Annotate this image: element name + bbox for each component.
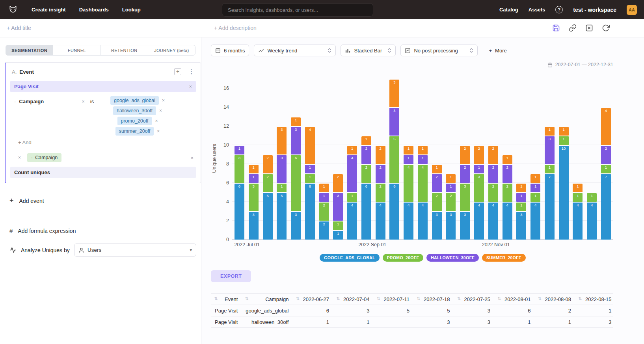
bar-segment-google_ads_global[interactable]: 4	[376, 203, 385, 240]
bar-segment-google_ads_global[interactable]: 5	[263, 193, 273, 240]
bar-segment-halloween_30off[interactable]: 2	[376, 165, 385, 183]
bar-segment-promo_20off[interactable]: 2	[376, 184, 385, 202]
bar-segment-google_ads_global[interactable]: 10	[559, 146, 569, 240]
bar-segment-summer_20off[interactable]: 3	[389, 80, 399, 107]
bar[interactable]: 6533	[389, 77, 399, 240]
avatar[interactable]: AA	[627, 5, 637, 15]
sort-icon[interactable]: ⇅	[296, 296, 299, 301]
add-filter-icon[interactable]: +	[174, 68, 181, 75]
sort-icon[interactable]: ⇅	[336, 296, 340, 301]
clear-second-filter-icon[interactable]: ×	[190, 155, 194, 161]
bar[interactable]: 6221	[361, 77, 371, 240]
bar-segment-promo_20off[interactable]: 6	[291, 155, 301, 211]
bar-segment-summer_20off[interactable]: 2	[333, 174, 343, 192]
bar-segment-summer_20off[interactable]: 2	[376, 146, 385, 164]
bar-segment-halloween_30off[interactable]: 2	[361, 146, 371, 164]
bar-segment-google_ads_global[interactable]: 4	[573, 203, 583, 240]
bar[interactable]: 3311	[249, 77, 259, 240]
bar[interactable]: 3221	[432, 77, 442, 240]
bar[interactable]: 4411	[418, 77, 428, 240]
bar[interactable]: 522	[263, 77, 273, 240]
bar-segment-halloween_30off[interactable]: 3	[333, 193, 343, 221]
more-options-button[interactable]: + More	[489, 48, 506, 54]
bar[interactable]: 4141	[347, 77, 357, 240]
bar-segment-summer_20off[interactable]: 2	[263, 155, 273, 173]
tab-funnel[interactable]: FUNNEL	[53, 45, 101, 56]
bar-segment-google_ads_global[interactable]: 6	[305, 184, 315, 240]
bar[interactable]: 3322	[460, 77, 470, 240]
table-header[interactable]: ⇅Event	[211, 294, 242, 305]
bar[interactable]: 411	[573, 77, 583, 240]
bar-segment-summer_20off[interactable]: 1	[446, 174, 456, 183]
bar[interactable]: 4222	[376, 77, 385, 240]
remove-event-icon[interactable]: ×	[189, 84, 192, 89]
table-header[interactable]: ⇅2022-08-08	[535, 294, 575, 305]
table-header[interactable]: ⇅2022-07-25	[454, 294, 495, 305]
aggregation-row[interactable]: Count uniques	[10, 167, 196, 178]
bar-segment-halloween_30off[interactable]: 2	[601, 146, 611, 164]
bar-segment-promo_20off[interactable]: 1	[347, 193, 357, 202]
bar-segment-google_ads_global[interactable]: 6	[235, 184, 244, 240]
legend-item[interactable]: HALLOWEEN_30OFF	[426, 254, 479, 262]
bar[interactable]: 41	[587, 77, 597, 240]
remove-second-filter-icon[interactable]: ×	[18, 155, 21, 160]
bar-segment-summer_20off[interactable]: 1	[545, 127, 555, 136]
bar-segment-google_ads_global[interactable]: 4	[530, 203, 540, 240]
bar-segment-google_ads_global[interactable]: 7	[545, 174, 555, 240]
bar-segment-summer_20off[interactable]: 1	[291, 117, 301, 126]
bar-segment-summer_20off[interactable]: 4	[305, 127, 315, 164]
sort-icon[interactable]: ⇅	[457, 296, 461, 301]
kebab-menu-icon[interactable]: ⋮	[188, 68, 194, 75]
workspace-name[interactable]: test - workspace	[573, 7, 616, 13]
bar-segment-summer_20off[interactable]: 1	[432, 165, 442, 173]
bar-segment-halloween_30off[interactable]: 1	[474, 165, 484, 173]
trend-select[interactable]: Weekly trend	[254, 45, 336, 56]
bar-segment-halloween_30off[interactable]: 2	[460, 165, 470, 183]
bar-segment-promo_20off[interactable]: 1	[277, 184, 287, 192]
legend-item[interactable]: GOOGLE_ADS_GLOBAL	[320, 254, 379, 262]
app-logo-cat-icon[interactable]	[8, 5, 18, 15]
bar-segment-summer_20off[interactable]: 1	[503, 155, 512, 164]
table-header[interactable]: ⇅2022-06-27	[292, 294, 333, 305]
nav-link-lookup[interactable]: Lookup	[122, 7, 141, 13]
bar-segment-promo_20off[interactable]: 3	[460, 184, 470, 211]
bar-segment-promo_20off[interactable]: 1	[601, 165, 611, 173]
sort-icon[interactable]: ⇅	[376, 296, 380, 301]
bar-segment-promo_20off[interactable]: 1	[587, 193, 597, 202]
bar-segment-summer_20off[interactable]: 1	[559, 127, 569, 136]
bar-segment-halloween_30off[interactable]: 1	[446, 184, 456, 192]
filter-value-pill[interactable]: google_ads_global	[110, 96, 159, 105]
second-filter-property-pill[interactable]: · Campaign	[27, 153, 61, 162]
bar-segment-summer_20off[interactable]: 1	[530, 174, 540, 183]
filter-operator[interactable]: is	[90, 99, 94, 104]
bar-segment-halloween_30off[interactable]: 2	[488, 165, 498, 183]
bar-segment-halloween_30off[interactable]: 1	[516, 193, 526, 202]
bar-segment-google_ads_global[interactable]: 5	[277, 193, 287, 240]
bar-segment-google_ads_global[interactable]: 4	[404, 203, 413, 240]
bar-segment-halloween_30off[interactable]: 1	[418, 155, 428, 164]
bar[interactable]: 3211	[446, 77, 456, 240]
bar-segment-summer_20off[interactable]: 1	[347, 146, 357, 154]
sort-icon[interactable]: ⇅	[214, 296, 218, 301]
bar-segment-summer_20off[interactable]: 2	[488, 146, 498, 164]
bar-segment-google_ads_global[interactable]: 3	[446, 212, 456, 240]
bar[interactable]: 631	[235, 77, 244, 240]
filter-value-pill[interactable]: promo_20off	[117, 117, 152, 125]
bar-segment-promo_20off[interactable]: 2	[446, 193, 456, 211]
bar-segment-summer_20off[interactable]: 1	[516, 184, 526, 192]
remove-value-icon[interactable]: ×	[159, 108, 162, 113]
bar-segment-google_ads_global[interactable]: 1	[333, 231, 343, 240]
bar-segment-promo_20off[interactable]: 1	[545, 165, 555, 173]
bar-segment-promo_20off[interactable]: 1	[333, 221, 343, 230]
bar-segment-summer_20off[interactable]: 1	[361, 136, 371, 145]
global-search-input[interactable]	[222, 3, 373, 17]
bar-segment-promo_20off[interactable]: 2	[263, 174, 273, 192]
selected-event-row[interactable]: Page Visit ×	[10, 81, 196, 92]
bar-segment-summer_20off[interactable]: 1	[573, 184, 583, 192]
bar-segment-google_ads_global[interactable]: 4	[587, 203, 597, 240]
bar-segment-halloween_30off[interactable]: 1	[319, 193, 329, 202]
bar-segment-google_ads_global[interactable]: 4	[418, 203, 428, 240]
bar[interactable]: 4111	[530, 77, 540, 240]
bar-segment-promo_20off[interactable]: 2	[503, 184, 512, 202]
bar-segment-google_ads_global[interactable]: 3	[460, 212, 470, 240]
